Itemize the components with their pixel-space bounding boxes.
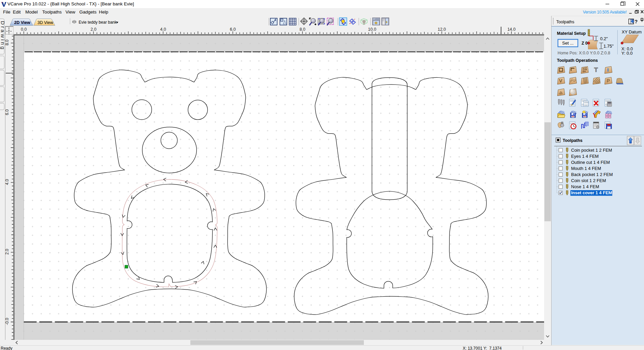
svg-text:I: I [607, 67, 609, 73]
svg-text:XY Datum: XY Datum [622, 29, 642, 34]
svg-text:Home Pos:: Home Pos: [558, 51, 578, 55]
svg-text:0.0: 0.0 [21, 27, 27, 32]
svg-text:Eyes 1 4 FEM: Eyes 1 4 FEM [571, 154, 599, 159]
svg-text:G01: G01 [584, 104, 589, 107]
svg-text:10.0: 10.0 [368, 27, 376, 32]
svg-text:T: T [594, 66, 598, 73]
svg-text:8.0: 8.0 [5, 40, 9, 45]
svg-text:Y: 0.0: Y: 0.0 [621, 51, 633, 56]
svg-text:Inset cover 1 4 FEM: Inset cover 1 4 FEM [571, 190, 612, 195]
svg-text:2.0: 2.0 [90, 27, 96, 32]
svg-text:Outline cut 1 4 FEM: Outline cut 1 4 FEM [571, 160, 610, 165]
svg-text:4.0: 4.0 [5, 179, 9, 185]
svg-text:Z 0: Z 0 [582, 41, 588, 46]
svg-text:Nose 1 4 FEM: Nose 1 4 FEM [571, 184, 599, 189]
svg-text:4.0: 4.0 [160, 27, 166, 32]
svg-text:Mouth 1 4 FEM: Mouth 1 4 FEM [571, 166, 601, 171]
svg-text:?: ? [635, 19, 638, 24]
svg-text:Toolpaths: Toolpaths [556, 20, 574, 24]
svg-text:Material Setup: Material Setup [557, 31, 586, 36]
svg-text:Toolpath Operations: Toolpath Operations [557, 58, 598, 63]
svg-text:-0.0: -0.0 [5, 318, 9, 325]
svg-text:8.0: 8.0 [299, 27, 305, 32]
svg-text:14.0: 14.0 [507, 27, 515, 32]
svg-text:X:0.0 Y:0.0 Z:0.8: X:0.0 Y:0.0 Z:0.8 [579, 51, 610, 55]
svg-text:Back pocket 1 2 FEM: Back pocket 1 2 FEM [571, 172, 613, 177]
svg-text:2D View: 2D View [14, 20, 30, 25]
svg-text:12.0: 12.0 [438, 27, 446, 32]
svg-text:1.75": 1.75" [603, 44, 614, 49]
svg-text:6.0: 6.0 [5, 109, 9, 115]
svg-text:0.2": 0.2" [600, 36, 608, 41]
svg-text:P: P [607, 78, 610, 83]
svg-text:3D View: 3D View [37, 20, 53, 25]
svg-text:Set ...: Set ... [562, 41, 574, 46]
svg-text:6.0: 6.0 [230, 27, 236, 32]
svg-text:Toolpaths: Toolpaths [563, 138, 583, 143]
svg-text:Coin pocket 1 2 FEM: Coin pocket 1 2 FEM [571, 148, 612, 153]
svg-text:Coin slot 1 2 FEM: Coin slot 1 2 FEM [571, 178, 606, 183]
svg-text:V: V [559, 78, 562, 83]
svg-text:2.0: 2.0 [5, 249, 9, 254]
svg-text:Evie teddy bear bank: Evie teddy bear bank [79, 20, 117, 25]
svg-text:Drawing: Drawing [0, 21, 5, 51]
